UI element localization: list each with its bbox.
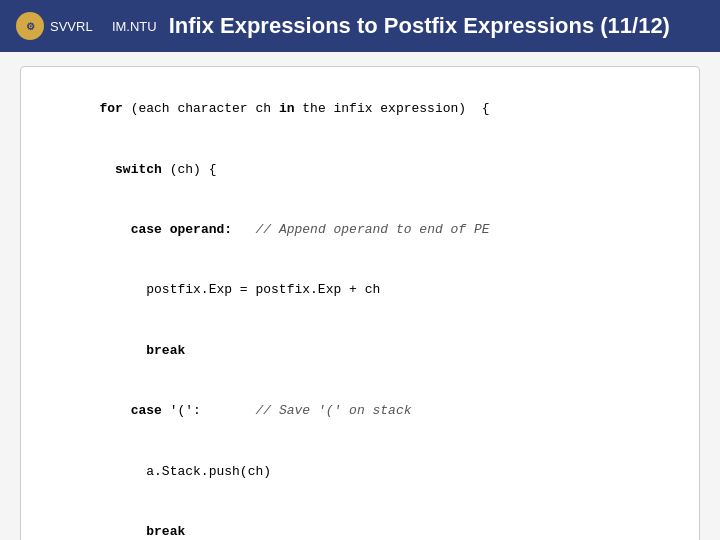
slide-title: Infix Expressions to Postfix Expressions… — [169, 13, 704, 39]
slide-content: for (each character ch in the infix expr… — [0, 52, 720, 540]
code-line-2: switch (ch) { — [37, 139, 683, 199]
code-line-5: break — [37, 321, 683, 381]
header: ⚙ SVVRL IM.NTU Infix Expressions to Post… — [0, 0, 720, 52]
logo-area: ⚙ SVVRL IM.NTU — [16, 12, 157, 40]
logo-text: SVVRL — [50, 19, 93, 34]
code-line-3: case operand: // Append operand to end o… — [37, 200, 683, 260]
logo2-text: IM.NTU — [112, 19, 157, 34]
slide: ⚙ SVVRL IM.NTU Infix Expressions to Post… — [0, 0, 720, 540]
code-line-1: for (each character ch in the infix expr… — [37, 79, 683, 139]
code-line-6: case '(': // Save '(' on stack — [37, 381, 683, 441]
logo-icon: ⚙ — [16, 12, 44, 40]
code-line-8: break — [37, 502, 683, 540]
code-line-4: postfix.Exp = postfix.Exp + ch — [37, 260, 683, 320]
code-line-7: a.Stack.push(ch) — [37, 442, 683, 502]
code-box: for (each character ch in the infix expr… — [20, 66, 700, 540]
